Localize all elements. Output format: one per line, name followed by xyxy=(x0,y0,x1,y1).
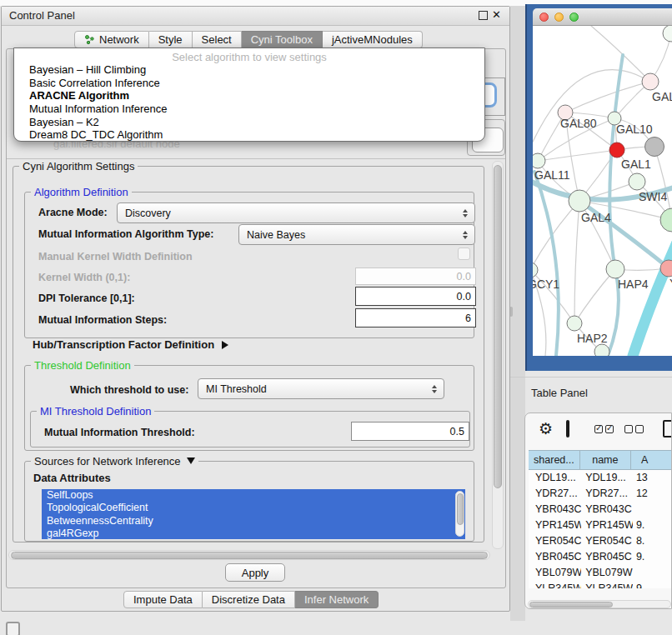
table-cell[interactable]: YBR045C xyxy=(529,548,581,564)
table-cell[interactable]: YDL19... xyxy=(581,470,633,486)
bottom-tab-impute-data[interactable]: Impute Data xyxy=(123,591,203,608)
table-horizontal-thumb[interactable] xyxy=(529,602,613,608)
network-node[interactable] xyxy=(645,138,664,157)
column-header[interactable]: shared... xyxy=(529,451,580,469)
network-node-gal11[interactable] xyxy=(533,153,545,168)
attribute-list-item[interactable]: TopologicalCoefficient xyxy=(42,502,465,514)
table-cell[interactable]: YBL079W xyxy=(581,564,633,580)
close-traffic-light-icon[interactable] xyxy=(539,12,549,22)
table-cell[interactable]: 9. xyxy=(633,580,672,588)
new-table-icon[interactable] xyxy=(663,420,672,438)
table-cell[interactable]: YDR27... xyxy=(581,486,633,502)
tab-select[interactable]: Select xyxy=(193,31,242,48)
table-cell[interactable]: YBL079W xyxy=(529,564,581,580)
tab-style[interactable]: Style xyxy=(149,31,193,48)
table-row[interactable]: YDR27...YDR27...12 xyxy=(529,486,672,502)
table-row[interactable]: YDL19...YDL19...13 xyxy=(529,470,672,486)
attribute-list-item[interactable]: gal4RGexp xyxy=(42,528,465,539)
table-cell[interactable]: 12 xyxy=(633,486,672,502)
zoom-traffic-light-icon[interactable] xyxy=(569,12,579,22)
algorithm-option[interactable]: Mutual Information Inference xyxy=(27,102,481,116)
table-cell[interactable]: YER054C xyxy=(529,533,581,549)
mi-steps-field[interactable]: 6 xyxy=(355,308,476,328)
table-cell[interactable]: YBR043C xyxy=(581,502,633,518)
sources-toggle[interactable]: Sources for Network Inference xyxy=(31,455,198,468)
table-row[interactable]: YBR045CYBR045C9. xyxy=(529,548,672,564)
attribute-list-item[interactable]: BetweennessCentrality xyxy=(42,515,465,528)
algorithm-option[interactable]: Bayesian – Hill Climbing xyxy=(27,63,481,77)
table-cell[interactable] xyxy=(633,502,672,518)
mi-threshold-field[interactable]: 0.5 xyxy=(351,422,469,441)
table-cell[interactable]: YDR27... xyxy=(529,486,581,502)
select-all-checkboxes-icon[interactable] xyxy=(594,425,614,433)
attributes-scrollbar-thumb[interactable] xyxy=(457,493,464,525)
attributes-scrollbar[interactable] xyxy=(455,491,464,537)
bottom-tab-infer-network[interactable]: Infer Network xyxy=(295,591,379,608)
network-node-hap4[interactable] xyxy=(606,260,624,278)
network-window-titlebar[interactable] xyxy=(533,8,672,26)
hub-definition-toggle[interactable]: Hub/Transcription Factor Definition xyxy=(33,338,228,351)
aracne-mode-select[interactable]: Discovery xyxy=(117,202,475,223)
kernel-width-field[interactable]: 0.0 xyxy=(355,268,476,285)
table-cell[interactable]: YBR045C xyxy=(581,548,633,564)
tab-jactivemnodules[interactable]: jActiveMNodules xyxy=(323,31,423,48)
algorithm-option[interactable]: Dream8 DC_TDC Algorithm xyxy=(27,128,481,142)
table-cell[interactable]: 13 xyxy=(633,470,672,486)
network-node-gal[interactable] xyxy=(642,73,659,90)
table-row[interactable]: YBL079WYBL079W xyxy=(529,564,672,580)
tab-label: Style xyxy=(158,33,183,46)
table-cell[interactable]: 9. xyxy=(633,518,672,533)
table-row[interactable]: YPR145WYPR145W9. xyxy=(529,518,672,533)
network-node[interactable] xyxy=(660,208,672,232)
table-row[interactable]: YLR345WYLR345W9. xyxy=(529,580,672,588)
bottom-tab-discretize-data[interactable]: Discretize Data xyxy=(203,591,295,608)
close-icon[interactable]: ✕ xyxy=(492,8,501,21)
table-cell[interactable]: YPR145W xyxy=(529,518,581,533)
table-cell[interactable]: YER054C xyxy=(581,533,633,549)
mi-type-select[interactable]: Naive Bayes xyxy=(238,224,475,245)
table-row[interactable]: YBR043CYBR043C xyxy=(529,502,672,518)
algorithm-option[interactable]: Bayesian – K2 xyxy=(27,116,481,129)
table-horizontal-scrollbar[interactable] xyxy=(528,600,671,608)
table-cell[interactable]: YLR345W xyxy=(529,580,581,588)
tab-cyni-toolbox[interactable]: Cyni Toolbox xyxy=(242,31,323,48)
manual-kernel-checkbox[interactable] xyxy=(458,248,470,260)
network-graph[interactable]: GALGAL80GAL10GAL1GAL11SWI4GAL4GCY1HAP4YH… xyxy=(533,26,672,356)
algorithm-option[interactable]: Basic Correlation Inference xyxy=(27,77,481,90)
tab-network[interactable]: Network xyxy=(74,31,149,48)
table-cell[interactable]: 8. xyxy=(633,533,672,549)
dpi-tolerance-field[interactable]: 0.0 xyxy=(355,287,476,306)
attribute-list-item[interactable]: SelfLoops xyxy=(42,489,465,502)
restore-panel-icon[interactable] xyxy=(6,622,20,635)
settings-vertical-scrollbar[interactable] xyxy=(492,161,504,549)
network-node[interactable] xyxy=(594,344,609,356)
columns-icon[interactable] xyxy=(566,420,569,438)
table-cell[interactable]: YBR043C xyxy=(529,502,581,518)
network-canvas[interactable]: GALGAL80GAL10GAL1GAL11SWI4GAL4GCY1HAP4YH… xyxy=(533,26,672,356)
which-threshold-select[interactable]: MI Threshold xyxy=(198,378,444,399)
float-window-icon[interactable] xyxy=(479,11,488,20)
network-node-gcy1[interactable] xyxy=(533,262,538,278)
table-row[interactable]: YER054CYER054C8. xyxy=(529,533,672,549)
table-cell[interactable]: 9. xyxy=(633,548,672,564)
settings-horizontal-thumb[interactable] xyxy=(11,552,488,559)
table-cell[interactable]: YPR145W xyxy=(581,518,633,533)
gear-icon[interactable]: ⚙ xyxy=(539,419,553,438)
table-cell[interactable] xyxy=(633,564,672,580)
table-cell[interactable]: YDL19... xyxy=(529,470,581,486)
network-node-hap2[interactable] xyxy=(567,316,582,331)
minimize-traffic-light-icon[interactable] xyxy=(554,12,564,22)
apply-button[interactable]: Apply xyxy=(225,563,285,582)
network-node-gal4[interactable] xyxy=(569,190,590,212)
deselect-all-checkboxes-icon[interactable] xyxy=(624,425,644,433)
settings-vertical-thumb[interactable] xyxy=(494,165,502,488)
column-header[interactable]: A xyxy=(631,451,672,469)
table-cell[interactable]: YLR345W xyxy=(581,580,633,588)
network-node[interactable] xyxy=(663,26,672,42)
data-attributes-list[interactable]: SelfLoopsTopologicalCoefficientBetweenne… xyxy=(42,489,465,539)
algorithm-option[interactable]: ARACNE Algorithm xyxy=(27,89,481,102)
network-node-gal1[interactable] xyxy=(609,142,624,158)
column-header[interactable]: name xyxy=(580,451,631,469)
network-node-swi4[interactable] xyxy=(629,173,645,190)
settings-horizontal-scrollbar[interactable] xyxy=(8,550,490,560)
